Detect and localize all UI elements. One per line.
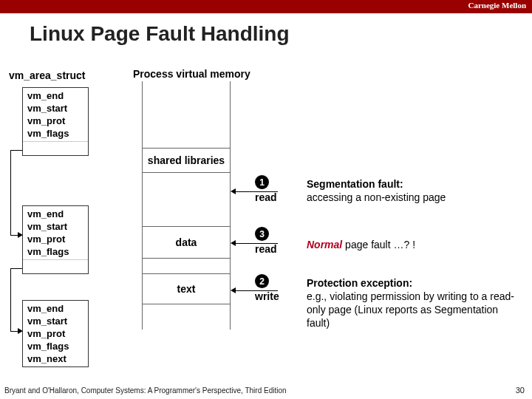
- arrow-icon: [231, 240, 236, 246]
- arrow-icon: [18, 328, 23, 334]
- struct-box-3: vm_end vm_start vm_prot vm_flags vm_next: [22, 300, 89, 367]
- event-op-2: write: [255, 290, 279, 302]
- desc-1: Segmentation fault: accessing a non-exis…: [307, 177, 517, 204]
- arrow-icon: [231, 188, 236, 194]
- field: vm_flags: [27, 340, 83, 352]
- event-badge-2: 2: [255, 274, 269, 288]
- brand: Carnegie Mellon: [468, 1, 526, 10]
- desc-body: e.g., violating permission by writing to…: [307, 290, 514, 329]
- slide-title: Linux Page Fault Handling: [30, 22, 290, 46]
- field: vm_start: [27, 220, 83, 233]
- field: vm_prot: [27, 115, 83, 127]
- desc-heading: Normal: [307, 239, 342, 250]
- link: [10, 268, 22, 269]
- field: vm_prot: [27, 233, 83, 245]
- memory-column: shared libraries data text: [142, 81, 231, 330]
- event-badge-3: 3: [255, 227, 269, 241]
- field: vm_flags: [27, 127, 83, 140]
- seg-data: data: [143, 226, 230, 259]
- link: [10, 268, 11, 331]
- field: vm_end: [27, 208, 83, 220]
- field: vm_flags: [27, 245, 83, 258]
- desc-heading: Segmentation fault:: [307, 178, 403, 190]
- field: vm_next: [27, 352, 83, 365]
- field: vm_end: [27, 302, 83, 315]
- link: [10, 150, 11, 235]
- seg-shlib: shared libraries: [143, 148, 230, 173]
- seg-text: text: [143, 273, 230, 304]
- field: vm_start: [27, 315, 83, 327]
- struct-box-2: vm_end vm_start vm_prot vm_flags: [22, 205, 89, 274]
- field: vm_end: [27, 89, 83, 102]
- desc-2: Protection exception: e.g., violating pe…: [307, 276, 517, 330]
- desc-heading: Protection exception:: [307, 277, 412, 289]
- pvm-label: Process virtual memory: [133, 68, 250, 80]
- footer: Bryant and O'Hallaron, Computer Systems:…: [4, 386, 287, 395]
- field: vm_prot: [27, 327, 83, 340]
- event-badge-1: 1: [255, 175, 269, 189]
- desc-body: accessing a non-existing page: [307, 191, 446, 203]
- desc-3: Normal page fault …? !: [307, 238, 517, 251]
- struct-box-1: vm_end vm_start vm_prot vm_flags: [22, 87, 89, 156]
- field: vm_start: [27, 102, 83, 115]
- event-op-3: read: [255, 243, 277, 255]
- desc-body: page fault …? !: [342, 239, 415, 250]
- arrow-icon: [231, 287, 236, 293]
- vm-area-label: vm_area_struct: [9, 69, 86, 81]
- event-op-1: read: [255, 191, 277, 203]
- arrow-icon: [18, 232, 23, 238]
- link: [10, 150, 22, 151]
- page-number: 30: [516, 386, 525, 395]
- topbar: Carnegie Mellon: [0, 0, 532, 13]
